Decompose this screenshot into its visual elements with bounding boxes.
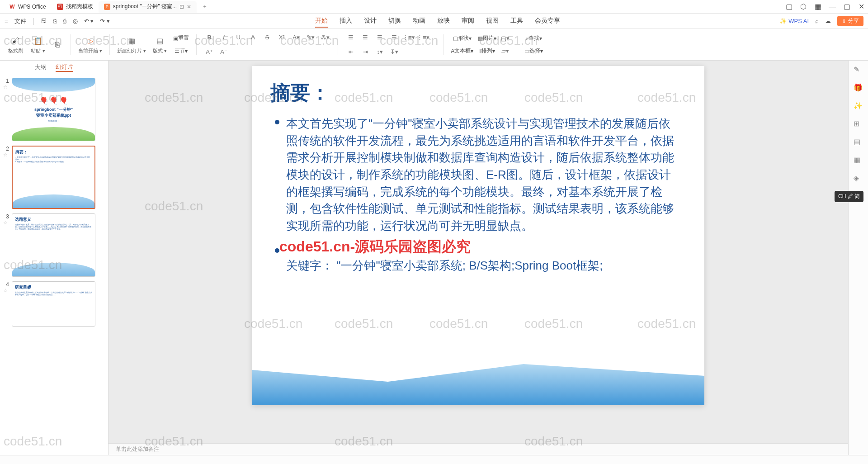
find-button[interactable]: ⌕ 查找 ▾ — [524, 33, 543, 44]
export-icon[interactable]: ⎘ — [53, 18, 57, 24]
minimize-icon[interactable]: — — [829, 4, 835, 10]
tab-animation[interactable]: 动画 — [413, 15, 425, 28]
italic-button[interactable]: I — [218, 32, 229, 43]
workspace: 大纲 幻灯片 1☆ 🎈🎈🎈 springboot "一分钟" 寝室小卖部系统pp… — [0, 61, 868, 455]
line-spacing-button[interactable]: ↕▾ — [374, 47, 385, 57]
tab-insert[interactable]: 插入 — [340, 15, 352, 28]
numbering-button[interactable]: ⋮≡▾ — [418, 32, 429, 43]
tab-tools[interactable]: 工具 — [510, 15, 523, 28]
underline-button[interactable]: U — [233, 32, 244, 43]
text-effects-button[interactable]: ⁂▾ — [320, 32, 330, 43]
tab-transition[interactable]: 切换 — [388, 15, 401, 28]
layers-icon[interactable]: ▤ — [854, 137, 863, 147]
bold-button[interactable]: B — [204, 32, 215, 43]
tab-start[interactable]: 开始 — [315, 15, 328, 28]
arrange-button[interactable]: ⫴ 排列 ▾ — [478, 46, 496, 57]
tab-design[interactable]: 设计 — [364, 15, 377, 28]
align-center-button[interactable]: ☰ — [360, 32, 371, 43]
notes-input[interactable]: 单击此处添加备注 — [108, 443, 848, 455]
cloud-icon[interactable]: ☁ — [825, 18, 831, 24]
redo-icon[interactable]: ↷ ▾ — [100, 18, 110, 24]
gift-icon[interactable]: 🎁 — [854, 83, 863, 93]
save-icon[interactable]: 🖫 — [41, 18, 47, 24]
layout-button[interactable]: ▤版式 ▾ — [151, 35, 169, 54]
ai-icon[interactable]: ◈ — [854, 174, 863, 184]
highlight-button[interactable]: ✎▾ — [305, 32, 316, 43]
textbox-button[interactable]: A 文本框 ▾ — [451, 46, 473, 57]
print-icon[interactable]: ⎙ — [63, 18, 66, 24]
thumbnails-list[interactable]: 1☆ 🎈🎈🎈 springboot "一分钟" 寝室小卖部系统ppt 指导老师：… — [0, 74, 108, 455]
align-right-button[interactable]: ☰ — [374, 32, 385, 43]
align-left-button[interactable]: ☰ — [345, 32, 356, 43]
strikethrough-button[interactable]: S — [262, 32, 273, 43]
slide-editor: 摘要： 本文首先实现了"一分钟"寝室小卖部系统设计与实现管理技术的发展随后依照传… — [108, 61, 848, 455]
increase-font-button[interactable]: A⁺ — [204, 47, 215, 57]
puzzle-icon[interactable]: ⊞ — [854, 119, 863, 129]
reset-button[interactable]: ▣ 重置 — [173, 33, 189, 44]
thumb-slide-3[interactable]: 选题意义 随着科学技术发展，计算机已成为人们生活中必不可少的生活办公工具，网络包… — [12, 213, 95, 277]
slide-title[interactable]: 摘要： — [270, 80, 704, 106]
undo-icon[interactable]: ↶ ▾ — [84, 18, 94, 24]
copy-icon[interactable]: ⎘ — [52, 39, 63, 51]
bullets-button[interactable]: ⋮≡▾ — [403, 32, 414, 43]
pencil-icon[interactable]: ✎ — [854, 65, 863, 75]
cube-icon[interactable]: ⬡ — [800, 4, 807, 10]
tab-document[interactable]: P springboot "一分钟" 寝室... ⊡ ✕ — [99, 1, 197, 13]
outline-tab[interactable]: 大纲 — [35, 63, 47, 71]
thumb-slide-4[interactable]: 研究目标 在信息高速发展的现代互联网空间引擎时代，人类进行信息处理工作的支持——… — [12, 281, 95, 327]
decrease-font-button[interactable]: A⁻ — [218, 47, 229, 57]
slide-canvas[interactable]: 摘要： 本文首先实现了"一分钟"寝室小卖部系统设计与实现管理技术的发展随后依照传… — [252, 66, 704, 405]
from-current-button[interactable]: ▷当前开始 ▾ — [78, 35, 102, 54]
paste-button[interactable]: 📋粘贴 ▾ — [29, 35, 47, 54]
tab-wps-label: WPS Office — [18, 4, 46, 10]
decrease-indent-button[interactable]: ⇤ — [345, 47, 356, 57]
star-icon[interactable]: ☆ — [3, 84, 9, 90]
text-direction-button[interactable]: ↧▾ — [389, 47, 400, 57]
preview-icon[interactable]: ◎ — [73, 18, 78, 24]
format-painter-button[interactable]: 🖌格式刷 — [6, 35, 24, 54]
outline-button[interactable]: ▱▾ — [501, 46, 509, 57]
tab-view[interactable]: 视图 — [486, 15, 499, 28]
tab-templates-label: 找稻壳模板 — [66, 3, 93, 10]
slide-content[interactable]: 本文首先实现了"一分钟"寝室小卖部系统设计与实现管理技术的发展随后依照传统的软件… — [252, 115, 704, 275]
section-button[interactable]: ☰ 节 ▾ — [173, 46, 189, 57]
star-icon[interactable]: ☆ — [3, 220, 9, 226]
tab-add[interactable]: ＋ — [197, 1, 213, 13]
close-window-icon[interactable]: ✕ — [858, 4, 864, 10]
increase-indent-button[interactable]: ⇥ — [360, 47, 371, 57]
magic-icon[interactable]: ✨ — [854, 101, 863, 111]
app-icon[interactable]: ▦ — [815, 4, 821, 10]
select-button[interactable]: ▭ 选择 ▾ — [524, 46, 543, 57]
strike-button[interactable]: A̶ — [247, 32, 258, 43]
tab-templates[interactable]: 稻 找稻壳模板 — [52, 1, 99, 13]
image-icon[interactable]: ▦ — [854, 156, 863, 166]
wps-ai[interactable]: ✨ WPS AI — [779, 18, 809, 24]
font-color-button[interactable]: A▾ — [291, 32, 302, 43]
maximize-icon[interactable]: ▢ — [844, 4, 850, 10]
search-icon[interactable]: ⌕ — [815, 18, 819, 24]
share-button[interactable]: ⇪ 分享 — [837, 16, 863, 26]
slides-tab[interactable]: 幻灯片 — [56, 63, 73, 72]
shape-button[interactable]: ▢ 形状 ▾ — [451, 33, 473, 44]
image-button[interactable]: ▦ 图片 ▾ — [478, 33, 496, 44]
close-icon[interactable]: ✕ — [187, 4, 191, 10]
right-tools: ✨ WPS AI ⌕ ☁ ⇪ 分享 — [779, 16, 863, 26]
justify-button[interactable]: ☰ — [389, 32, 400, 43]
file-menu[interactable]: 文件 — [14, 17, 26, 25]
thumb-slide-1[interactable]: 🎈🎈🎈 springboot "一分钟" 寝室小卖部系统ppt 指导老师： — [12, 78, 95, 141]
star-icon[interactable]: ☆ — [3, 288, 9, 294]
monitor-icon[interactable]: ⊡ — [179, 4, 184, 10]
tab-slideshow[interactable]: 放映 — [437, 15, 450, 28]
tab-document-label: springboot "一分钟" 寝室... — [113, 3, 177, 10]
tab-wps[interactable]: W WPS Office — [4, 1, 52, 13]
thumb-slide-2[interactable]: 摘要： • 本文首先实现了"一分钟"寝室小卖部系统设计与实现管理技术的发展随后依… — [12, 146, 95, 209]
star-icon[interactable]: ☆ — [3, 152, 9, 158]
menu-icon[interactable]: ≡ — [5, 18, 8, 24]
tab-review[interactable]: 审阅 — [462, 15, 474, 28]
tab-vip[interactable]: 会员专享 — [535, 15, 560, 28]
new-slide-button[interactable]: ▦新建幻灯片 ▾ — [117, 35, 146, 54]
fill-button[interactable]: ▢▾ — [501, 33, 509, 44]
ime-indicator[interactable]: CH 🖉 简 — [835, 191, 863, 202]
superscript-button[interactable]: X² — [276, 32, 287, 43]
window-mode-icon[interactable]: ▢ — [786, 4, 792, 10]
